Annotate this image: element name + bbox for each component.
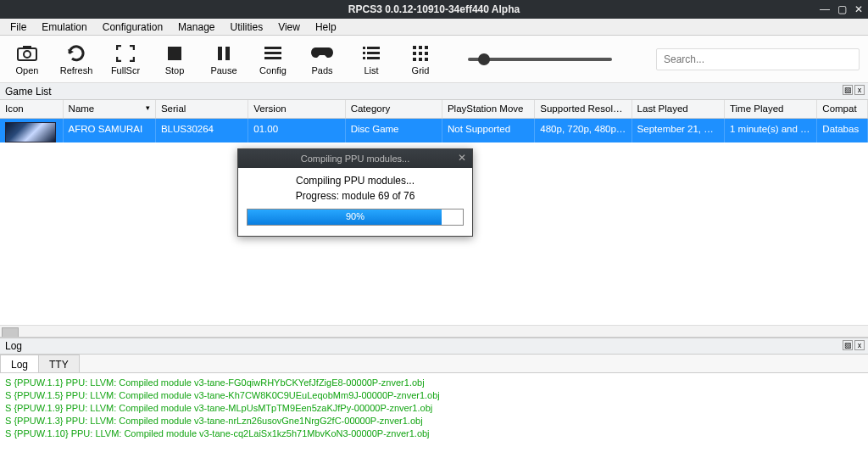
game-row[interactable]: AFRO SAMURAI BLUS30264 01.00 Disc Game N… (0, 119, 868, 142)
log-close-icon[interactable]: x (854, 340, 865, 350)
cell-category: Disc Game (346, 119, 442, 142)
svg-rect-7 (264, 52, 281, 54)
log-output[interactable]: S {PPUW.1.1} PPU: LLVM: Compiled module … (0, 373, 868, 450)
dialog-title-text: Compiling PPU modules... (301, 154, 409, 164)
stop-button[interactable]: Stop (156, 43, 193, 75)
log-line: S {PPUW.1.5} PPU: LLVM: Compiled module … (5, 389, 863, 402)
fullscreen-label: FullScr (111, 65, 140, 75)
cell-timeplayed: 1 minute(s) and 24 second(s) (725, 119, 817, 142)
tab-log[interactable]: Log (0, 355, 39, 372)
dialog-message: Compiling PPU modules... (247, 175, 464, 187)
menu-icon (261, 43, 285, 64)
game-list-label: Game List (5, 86, 52, 98)
svg-rect-21 (413, 58, 416, 61)
game-list-panel-title: Game List ▧ x (0, 83, 868, 100)
svg-rect-6 (264, 47, 281, 49)
config-button[interactable]: Config (254, 43, 292, 75)
pads-button[interactable]: Pads (303, 43, 341, 75)
menu-configuration[interactable]: Configuration (96, 20, 170, 35)
col-resolutions[interactable]: Supported Resolutions (535, 100, 632, 118)
svg-rect-3 (168, 47, 181, 60)
grid-label: Grid (412, 65, 430, 75)
minimize-button[interactable]: — (819, 4, 831, 14)
tab-tty[interactable]: TTY (38, 355, 80, 372)
game-thumbnail-icon (5, 122, 56, 142)
dialog-close-button[interactable]: ✕ (455, 152, 469, 164)
svg-rect-18 (413, 52, 416, 55)
fullscreen-button[interactable]: FullScr (107, 43, 144, 75)
col-icon[interactable]: Icon (0, 100, 64, 118)
camera-icon (15, 43, 39, 64)
svg-rect-9 (363, 47, 365, 49)
svg-rect-11 (363, 52, 365, 54)
dialog-progress-text: Progress: module 69 of 76 (247, 190, 464, 202)
svg-rect-15 (413, 46, 416, 49)
refresh-button[interactable]: Refresh (58, 43, 95, 75)
progress-percent: 90% (248, 211, 463, 221)
svg-rect-23 (425, 58, 428, 61)
cell-lastplayed: September 21, 2020 (632, 119, 725, 142)
col-compat[interactable]: Compat (817, 100, 868, 118)
log-panel-label: Log (5, 340, 22, 352)
pads-label: Pads (311, 65, 332, 75)
log-line: S {PPUW.1.9} PPU: LLVM: Compiled module … (5, 402, 863, 415)
dialog-titlebar[interactable]: Compiling PPU modules... ✕ (238, 149, 472, 168)
toolbar: Open Refresh FullScr Stop Pause Config P… (0, 36, 868, 83)
svg-rect-20 (425, 52, 428, 55)
log-line: S {PPUW.1.10} PPU: LLVM: Compiled module… (5, 427, 863, 440)
log-line: S {PPUW.1.1} PPU: LLVM: Compiled module … (5, 377, 863, 389)
col-psmove[interactable]: PlayStation Move (442, 100, 535, 118)
svg-rect-17 (425, 46, 428, 49)
col-category[interactable]: Category (346, 100, 442, 118)
horizontal-scrollbar[interactable] (0, 325, 868, 337)
svg-rect-22 (419, 58, 422, 61)
grid-icon (409, 43, 432, 64)
col-version[interactable]: Version (248, 100, 345, 118)
fullscreen-icon (114, 43, 137, 64)
cell-psmove: Not Supported (442, 119, 535, 142)
icon-size-slider[interactable] (468, 53, 620, 66)
panel-float-icon[interactable]: ▧ (843, 85, 853, 95)
svg-rect-19 (419, 52, 422, 55)
gamepad-icon (310, 43, 334, 64)
list-button[interactable]: List (353, 43, 390, 75)
pause-button[interactable]: Pause (205, 43, 242, 75)
menu-manage[interactable]: Manage (171, 20, 221, 35)
cell-version: 01.00 (248, 119, 345, 142)
col-timeplayed[interactable]: Time Played (725, 100, 817, 118)
cell-name: AFRO SAMURAI (64, 119, 156, 142)
window-controls: — ▢ ✕ (819, 0, 865, 19)
svg-rect-5 (225, 47, 230, 60)
menu-view[interactable]: View (271, 20, 307, 35)
open-button[interactable]: Open (8, 43, 46, 75)
menu-utilities[interactable]: Utilities (223, 20, 270, 35)
window-title: RPCS3 0.0.12-10910-34eff440 Alpha (348, 3, 520, 15)
menu-emulation[interactable]: Emulation (35, 20, 93, 35)
search-input[interactable] (656, 48, 860, 70)
window-titlebar: RPCS3 0.0.12-10910-34eff440 Alpha — ▢ ✕ (0, 0, 868, 19)
svg-rect-2 (23, 46, 31, 49)
col-lastplayed[interactable]: Last Played (632, 100, 725, 118)
compiling-dialog: Compiling PPU modules... ✕ Compiling PPU… (237, 148, 473, 237)
svg-rect-12 (367, 52, 380, 54)
col-serial[interactable]: Serial (156, 100, 248, 118)
menu-bar: File Emulation Configuration Manage Util… (0, 19, 868, 36)
progress-bar: 90% (247, 209, 464, 226)
menu-help[interactable]: Help (309, 20, 343, 35)
log-float-icon[interactable]: ▧ (843, 340, 853, 350)
svg-rect-10 (367, 47, 380, 49)
maximize-button[interactable]: ▢ (836, 4, 848, 14)
close-button[interactable]: ✕ (853, 4, 865, 14)
grid-button[interactable]: Grid (402, 43, 439, 75)
col-name[interactable]: Name (64, 100, 156, 118)
svg-rect-4 (218, 47, 222, 60)
panel-close-icon[interactable]: x (854, 85, 865, 95)
menu-file[interactable]: File (3, 20, 33, 35)
log-tabs: Log TTY (0, 355, 868, 373)
svg-point-1 (24, 51, 31, 58)
pause-label: Pause (210, 65, 236, 75)
log-panel-title: Log ▧ x (0, 338, 868, 355)
config-label: Config (259, 65, 287, 75)
refresh-icon (64, 43, 88, 64)
svg-rect-16 (419, 46, 422, 49)
